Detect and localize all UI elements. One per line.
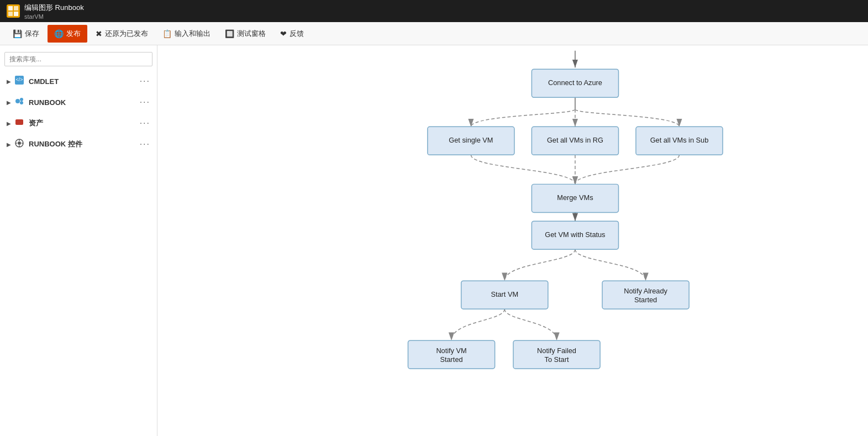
- assets-label: 资产: [29, 118, 140, 128]
- titlebar: 编辑图形 Runbook starVM: [0, 0, 868, 22]
- svg-rect-3: [14, 12, 18, 16]
- sidebar-item-assets[interactable]: ▶ 资产 ···: [0, 113, 157, 134]
- cmdlet-more[interactable]: ···: [140, 76, 150, 86]
- svg-text:Notify VM: Notify VM: [436, 346, 466, 355]
- feedback-button[interactable]: ❤ 反馈: [274, 25, 310, 42]
- arrow-icon: ▶: [7, 120, 11, 127]
- node-merge-vms[interactable]: Merge VMs: [532, 184, 618, 212]
- svg-rect-0: [8, 6, 13, 10]
- sidebar-item-cmdlet[interactable]: ▶ </> CMDLET ···: [0, 71, 157, 92]
- node-notify-vm-started[interactable]: Notify VM Started: [408, 340, 495, 369]
- app-icon: [7, 4, 20, 18]
- assets-more[interactable]: ···: [140, 118, 150, 128]
- svg-point-7: [20, 98, 23, 101]
- node-get-all-vms-rg[interactable]: Get all VMs in RG: [532, 127, 618, 155]
- arrow-icon: ▶: [7, 99, 11, 106]
- revert-label: 还原为已发布: [105, 29, 148, 39]
- runbook-label: RUNBOOK: [29, 98, 140, 107]
- svg-text:Start VM: Start VM: [491, 290, 518, 298]
- svg-text:Started: Started: [634, 296, 657, 304]
- node-notify-already-started[interactable]: Notify Already Started: [602, 281, 689, 309]
- svg-text:Started: Started: [440, 355, 462, 364]
- search-input[interactable]: [4, 52, 152, 66]
- save-label: 保存: [25, 29, 39, 39]
- sidebar: ▶ </> CMDLET ··· ▶ RUNBOOK ··· ▶ 资产 ··· …: [0, 45, 157, 436]
- io-button[interactable]: 📋 输入和输出: [156, 25, 217, 42]
- svg-text:Get single VM: Get single VM: [449, 136, 493, 144]
- test-icon: 🔲: [225, 29, 234, 38]
- runbook-more[interactable]: ···: [140, 97, 150, 107]
- cmdlet-label: CMDLET: [29, 77, 140, 86]
- canvas[interactable]: Connect to Azure Get single VM Get all V…: [157, 45, 868, 436]
- svg-text:Get all VMs in Sub: Get all VMs in Sub: [650, 136, 709, 144]
- svg-point-11: [18, 141, 21, 145]
- svg-text:</>: </>: [15, 77, 23, 82]
- publish-button[interactable]: 🌐 发布: [48, 25, 87, 43]
- node-notify-failed-start[interactable]: Notify Failed To Start: [513, 340, 600, 369]
- sidebar-item-runbook[interactable]: ▶ RUNBOOK ···: [0, 92, 157, 113]
- svg-text:Merge VMs: Merge VMs: [557, 193, 593, 202]
- test-label: 测试窗格: [237, 29, 266, 39]
- revert-icon: ✖: [96, 29, 102, 38]
- main-layout: ▶ </> CMDLET ··· ▶ RUNBOOK ··· ▶ 资产 ··· …: [0, 45, 868, 436]
- io-label: 输入和输出: [175, 29, 211, 39]
- svg-rect-2: [8, 12, 13, 16]
- feedback-label: 反馈: [290, 29, 304, 39]
- title-group: 编辑图形 Runbook starVM: [24, 3, 84, 20]
- page-subtitle: starVM: [24, 13, 84, 20]
- feedback-icon: ❤: [280, 29, 287, 38]
- io-icon: 📋: [162, 29, 172, 38]
- runbook-icon: [14, 96, 24, 108]
- svg-text:Notify Failed: Notify Failed: [537, 346, 576, 355]
- arrow-icon: ▶: [7, 78, 11, 85]
- svg-text:To Start: To Start: [545, 355, 569, 364]
- svg-rect-1: [14, 6, 18, 10]
- cmdlet-icon: </>: [14, 75, 24, 87]
- svg-rect-9: [15, 119, 23, 125]
- test-button[interactable]: 🔲 测试窗格: [219, 25, 272, 42]
- arrow-icon: ▶: [7, 141, 11, 148]
- publish-label: 发布: [66, 29, 81, 39]
- page-title: 编辑图形 Runbook: [24, 3, 84, 13]
- node-get-single-vm[interactable]: Get single VM: [428, 127, 514, 155]
- node-connect-azure[interactable]: Connect to Azure: [532, 69, 618, 97]
- svg-text:Get VM with Status: Get VM with Status: [545, 230, 605, 239]
- runbook-ctrl-icon: [14, 138, 24, 150]
- node-get-vm-status[interactable]: Get VM with Status: [532, 221, 618, 249]
- save-button[interactable]: 💾 保存: [7, 25, 45, 42]
- publish-icon: 🌐: [54, 29, 64, 38]
- runbook-ctrl-label: RUNBOOK 控件: [29, 139, 140, 149]
- svg-point-6: [15, 99, 20, 103]
- assets-icon: [14, 117, 24, 129]
- revert-button[interactable]: ✖ 还原为已发布: [90, 25, 154, 42]
- node-start-vm[interactable]: Start VM: [461, 281, 548, 309]
- svg-text:Connect to Azure: Connect to Azure: [548, 78, 602, 87]
- save-icon: 💾: [13, 29, 22, 38]
- svg-text:Notify Already: Notify Already: [624, 287, 667, 295]
- runbook-ctrl-more[interactable]: ···: [140, 139, 150, 149]
- toolbar: 💾 保存 🌐 发布 ✖ 还原为已发布 📋 输入和输出 🔲 测试窗格 ❤ 反馈: [0, 22, 868, 45]
- svg-point-8: [20, 101, 23, 104]
- sidebar-item-runbook-ctrl[interactable]: ▶ RUNBOOK 控件 ···: [0, 134, 157, 155]
- svg-text:Get all VMs in RG: Get all VMs in RG: [547, 136, 603, 144]
- node-get-all-vms-sub[interactable]: Get all VMs in Sub: [636, 127, 723, 155]
